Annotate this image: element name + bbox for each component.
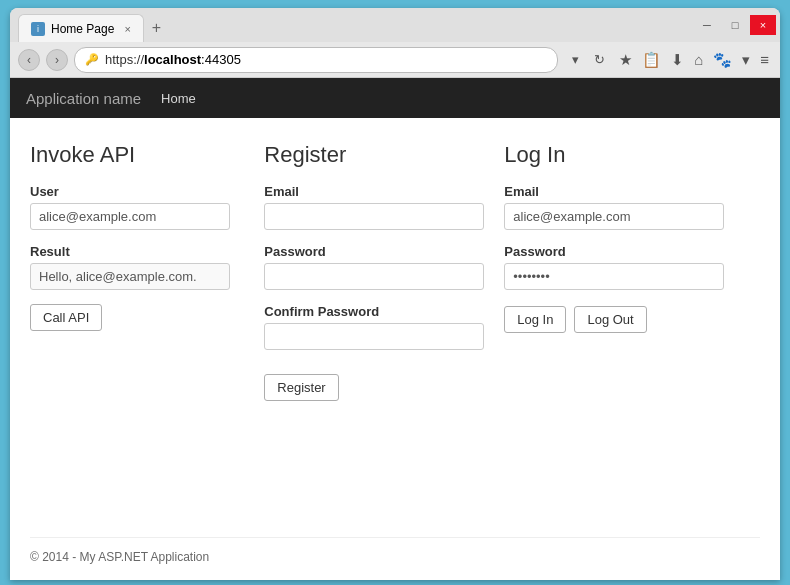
login-buttons: Log In Log Out — [504, 306, 740, 333]
reload-btn[interactable]: ↻ — [588, 49, 610, 71]
register-button[interactable]: Register — [264, 374, 338, 401]
footer-text: © 2014 - My ASP.NET Application — [30, 550, 209, 564]
url-display: https://localhost:44305 — [105, 52, 241, 67]
toolbar-icons: ★ 📋 ⬇ ⌂ 🐾 ▾ ≡ — [616, 51, 772, 69]
minimize-button[interactable]: ─ — [694, 15, 720, 35]
columns-layout: Invoke API User Result Call API Register… — [30, 142, 760, 521]
login-password-label: Password — [504, 244, 740, 259]
login-column: Log In Email Password Log In Log Out — [504, 142, 760, 521]
new-tab-button[interactable]: + — [144, 14, 169, 42]
login-password-input[interactable] — [504, 263, 724, 290]
url-prefix: https:// — [105, 52, 144, 67]
address-bar: ‹ › 🔑 https://localhost:44305 ▾ ↻ ★ 📋 ⬇ … — [10, 42, 780, 78]
register-confirm-label: Confirm Password — [264, 304, 484, 319]
url-port: :44305 — [201, 52, 241, 67]
key-icon: 🔑 — [85, 53, 99, 66]
app-name: Application name — [26, 90, 141, 107]
register-column: Register Email Password Confirm Password… — [264, 142, 504, 521]
result-label: Result — [30, 244, 244, 259]
register-password-input[interactable] — [264, 263, 484, 290]
login-button[interactable]: Log In — [504, 306, 566, 333]
forward-button[interactable]: › — [46, 49, 68, 71]
tab-close-btn[interactable]: × — [124, 23, 130, 35]
invoke-api-title: Invoke API — [30, 142, 244, 168]
download-icon[interactable]: ⬇ — [668, 51, 687, 69]
active-tab[interactable]: i Home Page × — [18, 14, 144, 42]
register-title: Register — [264, 142, 484, 168]
url-bar[interactable]: 🔑 https://localhost:44305 — [74, 47, 558, 73]
register-email-input[interactable] — [264, 203, 484, 230]
close-button[interactable]: × — [750, 15, 776, 35]
tab-area: i Home Page × + — [10, 8, 694, 42]
call-api-button[interactable]: Call API — [30, 304, 102, 331]
user-input[interactable] — [30, 203, 230, 230]
url-controls: ▾ ↻ — [564, 49, 610, 71]
result-input[interactable] — [30, 263, 230, 290]
window-controls: ─ □ × — [694, 15, 780, 35]
login-title: Log In — [504, 142, 740, 168]
register-password-label: Password — [264, 244, 484, 259]
tab-title: Home Page — [51, 22, 114, 36]
logout-button[interactable]: Log Out — [574, 306, 646, 333]
invoke-api-column: Invoke API User Result Call API — [30, 142, 264, 521]
register-confirm-input[interactable] — [264, 323, 484, 350]
menu-icon[interactable]: ≡ — [757, 51, 772, 68]
title-bar: i Home Page × + ─ □ × — [10, 8, 780, 42]
url-host: localhost — [144, 52, 201, 67]
bookmark-icon[interactable]: ★ — [616, 51, 635, 69]
register-email-label: Email — [264, 184, 484, 199]
extension-icon[interactable]: 🐾 — [710, 51, 735, 69]
dropdown-btn[interactable]: ▾ — [564, 49, 586, 71]
footer: © 2014 - My ASP.NET Application — [30, 537, 760, 564]
nav-home-link[interactable]: Home — [161, 91, 196, 106]
maximize-button[interactable]: □ — [722, 15, 748, 35]
app-navbar: Application name Home — [10, 78, 780, 118]
back-button[interactable]: ‹ — [18, 49, 40, 71]
home-icon[interactable]: ⌂ — [691, 51, 706, 68]
login-email-input[interactable] — [504, 203, 724, 230]
clipboard-icon[interactable]: 📋 — [639, 51, 664, 69]
page-content: Invoke API User Result Call API Register… — [10, 118, 780, 580]
tab-favicon: i — [31, 22, 45, 36]
user-label: User — [30, 184, 244, 199]
profile-dropdown-icon[interactable]: ▾ — [739, 51, 753, 69]
login-email-label: Email — [504, 184, 740, 199]
